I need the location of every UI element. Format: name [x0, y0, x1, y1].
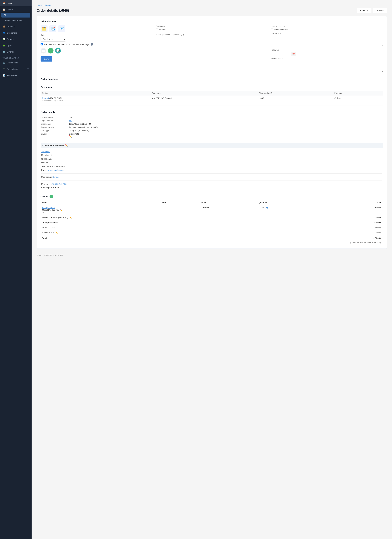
fee-row: Payment fee: ✏️ 0,00 £ [41, 230, 383, 235]
col-note: Note [160, 200, 200, 205]
sidebar-item-orders[interactable]: 📋 Orders [0, 6, 32, 13]
internal-note-input[interactable] [271, 36, 383, 47]
customer-telephone: Telephone: +45 12345678 [41, 165, 65, 168]
status-edit-icon[interactable]: ✏️ [69, 135, 72, 138]
ip-link[interactable]: 185.25.142.198 [52, 183, 66, 185]
source-port-value: 51540 [53, 187, 58, 189]
customer-email-link[interactable]: webshop@user.dk [48, 169, 65, 171]
home-icon: 🏠 [3, 2, 5, 5]
mail-status-icon[interactable]: ✉️ [41, 48, 46, 53]
order-item-row: Vintage shoes Model/Product no.: ✏️ 🗑 20… [41, 205, 383, 215]
sidebar-item-all[interactable]: All [1, 13, 30, 18]
trash-icon[interactable]: 🗑 [42, 211, 44, 214]
item-link[interactable]: Vintage shoes [42, 206, 55, 209]
admin-icons: 🗂️ 📑 📧 [41, 25, 153, 32]
model-label: Model/Product no.: [42, 209, 59, 211]
payments-title: Payments [41, 86, 383, 88]
sidebar-item-apps[interactable]: 🧩 Apps [0, 42, 32, 48]
od-value-4: visa (DK) (3D Secure) [69, 129, 383, 132]
sidebar-item-price-index[interactable]: 📉 Price index [0, 72, 32, 78]
sidebar: 🏠 Home 📋 Orders All Abandoned orders 📦 P… [0, 0, 32, 539]
sidebar-item-abandoned[interactable]: Abandoned orders [0, 18, 32, 23]
sidebar-item-online-store[interactable]: 🛒 Online store [0, 59, 32, 66]
fee-label: Payment fee: ✏️ [41, 230, 322, 235]
divider-3 [41, 108, 383, 108]
credit-note-row: Record [156, 29, 268, 31]
breadcrumb-home[interactable]: Home [37, 4, 42, 6]
external-note-input[interactable] [271, 61, 383, 72]
previous-button[interactable]: Previous [373, 8, 387, 13]
sidebar-item-label: Online store [7, 62, 18, 64]
status-icons: ✉️ ✓ 💬 [41, 48, 153, 53]
follow-up-label: Follow up [271, 49, 383, 51]
customer-info-header: Customer information ✏️ [41, 143, 383, 148]
add-order-button[interactable]: + [49, 195, 53, 198]
arrow-icon: ↑ [42, 102, 149, 104]
model-edit-icon[interactable]: ✏️ [60, 209, 62, 211]
status-label: Status: [41, 34, 153, 36]
od-label-5: Status: [41, 133, 69, 138]
sidebar-item-products[interactable]: 📦 Products [0, 23, 32, 30]
grand-total-value: -270,00 £ [322, 235, 383, 241]
refund-link[interactable]: Refund [42, 97, 49, 99]
customer-edit-icon[interactable]: ✏️ [65, 144, 68, 147]
orders-table: Items Note Price Quantity Total Vintage … [41, 200, 383, 241]
sidebar-item-customers[interactable]: 👤 Customers [0, 30, 32, 36]
col-items: Items [41, 200, 160, 205]
sidebar-item-home[interactable]: 🏠 Home [0, 0, 32, 6]
order-details-section: Order details Order number: 546 Original… [41, 111, 383, 138]
od-value-0: 546 [69, 116, 383, 119]
payment-status: Refund (270,00 GBP) Completed: 270,00 GB… [41, 96, 150, 106]
sidebar-item-point-of-sale[interactable]: 🖥️ Point of sale 👁 [0, 66, 32, 72]
eye-icon[interactable]: 👁 [27, 68, 29, 70]
item-note [160, 205, 200, 215]
breadcrumb-orders[interactable]: Orders [45, 4, 51, 6]
od-value-5: Credit note ✏️ [69, 133, 383, 138]
auto-email-checkbox[interactable] [41, 43, 43, 45]
profit-note: (Profit: 100 % / -160,00 £ (excl. VAT)) [41, 241, 383, 245]
internal-note-label: Internal note: [271, 32, 383, 34]
order-details-grid: Order number: 546 Original order: 543 Or… [41, 116, 383, 138]
grand-total-row: Total: -270,00 £ [41, 235, 383, 241]
user-group-link[interactable]: Kunder [53, 176, 59, 178]
sidebar-item-settings[interactable]: ⚙️ Settings [0, 48, 32, 55]
page-header: Order details (#546) ⬆ Export Previous [37, 8, 387, 13]
check-status-icon[interactable]: ✓ [48, 48, 53, 53]
customer-info-title: Customer information [43, 144, 64, 147]
sidebar-item-reports[interactable]: 📊 Reports [0, 36, 32, 42]
customer-info-body: Jane Doe Main Street 1234 London Danmark… [41, 150, 383, 190]
sidebar-item-label: Home [7, 2, 12, 5]
divider-1 [41, 75, 383, 75]
vat-label: Of which VAT: [41, 225, 322, 230]
sidebar-item-label: Apps [7, 44, 12, 47]
od-label-4: Card type: [41, 129, 69, 132]
customer-name-link[interactable]: Jane Doe [41, 150, 50, 153]
chat-status-icon[interactable]: 💬 [55, 48, 61, 53]
item-cell: Vintage shoes Model/Product no.: ✏️ 🗑 [41, 205, 160, 215]
invoice-functions-label: Invoice functions [271, 25, 383, 28]
export-button[interactable]: ⬆ Export [357, 8, 372, 13]
od-value-2: 13/09/2023 at 02:38 PM [69, 123, 383, 125]
ip-label: IP-address: [41, 183, 52, 185]
customer-ip-section: IP-address: 185.25.142.198 Source port: … [41, 181, 382, 190]
delivery-edit-icon[interactable]: ✏️ [70, 217, 72, 219]
customers-icon: 👤 [3, 31, 5, 34]
col-transaction: Transaction ID [258, 91, 333, 96]
info-icon[interactable]: i [91, 43, 93, 46]
status-select[interactable]: Credit note Pending Processing Shipped C… [41, 37, 66, 42]
fee-edit-icon[interactable]: ✏️ [56, 232, 58, 234]
original-order-link[interactable]: 543 [69, 120, 73, 122]
upload-invoice-row: Upload invoice [271, 29, 383, 31]
user-group-label: User group: [41, 176, 52, 178]
upload-invoice-checkbox[interactable] [271, 29, 273, 31]
tracking-label: Tracking number (seperated by ;) [156, 34, 268, 36]
credit-note-checkbox[interactable] [156, 29, 158, 31]
customer-group-section: User group: Kunder [41, 173, 382, 179]
calendar-button[interactable]: 📅 [291, 52, 296, 56]
item-total: -200,00 £ [322, 205, 383, 215]
tracking-input[interactable] [156, 37, 187, 41]
save-button[interactable]: Save [41, 56, 52, 62]
sidebar-item-label: Price index [7, 74, 17, 77]
follow-up-input[interactable] [271, 52, 290, 56]
external-note-label: External note: [271, 58, 383, 60]
